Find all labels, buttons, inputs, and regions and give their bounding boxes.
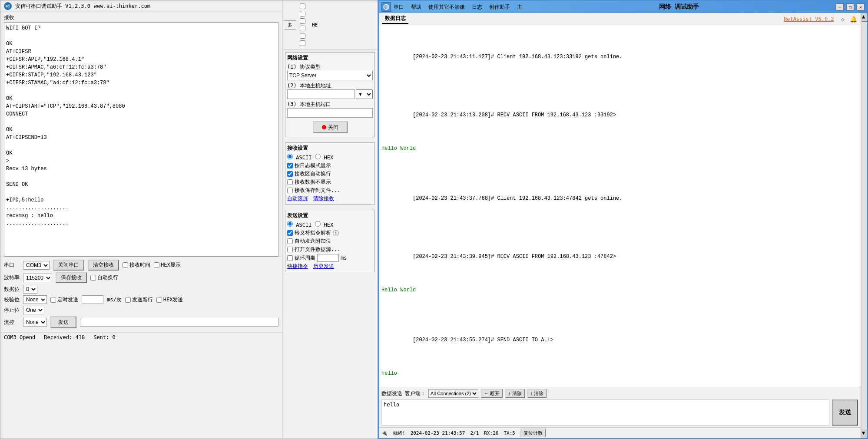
- loop-value-input[interactable]: 1000: [317, 254, 339, 262]
- log-mode-row: 按日志模式显示: [287, 162, 373, 169]
- bottom-controls: 串口 COM3 关闭串口 清空接收 接收时间 HEX显示 波特率 115200 …: [0, 257, 282, 333]
- databits-label: 数据位: [4, 286, 20, 293]
- log-ts-1: [2024-02-23 21:43:11.127]# Client 192.16…: [413, 54, 622, 60]
- log-ts-4: [2024-02-23 21:43:39.945]# RECV ASCII FR…: [413, 254, 616, 260]
- auto-wrap-recv-checkbox[interactable]: [287, 171, 293, 177]
- parity-label: 校验位: [4, 296, 20, 304]
- clear-btn-1[interactable]: ↑ 清除: [505, 389, 525, 398]
- win-close-btn[interactable]: ✕: [857, 3, 865, 10]
- stopbits-select[interactable]: One: [23, 306, 44, 314]
- baud-select[interactable]: 115200: [23, 274, 52, 282]
- reset-count-btn[interactable]: 复位计数: [520, 429, 546, 437]
- timed-send-input[interactable]: 800: [82, 295, 103, 304]
- hex-display-check[interactable]: HEX显示: [154, 261, 181, 269]
- disconnect-btn[interactable]: ← 断开: [481, 389, 503, 398]
- hex-display-checkbox[interactable]: [154, 262, 159, 268]
- port-section-label: (3) 本地主机端口: [287, 101, 373, 108]
- tab-data-log[interactable]: 数据日志: [382, 14, 408, 24]
- log-mode-checkbox[interactable]: [287, 163, 293, 168]
- history-link[interactable]: 历史发送: [313, 263, 334, 270]
- send-btn[interactable]: 发送: [50, 316, 76, 328]
- flow-select[interactable]: None: [23, 318, 47, 327]
- open-file-checkbox[interactable]: [287, 247, 293, 252]
- save-file-row: 接收保存到文件...: [287, 187, 373, 194]
- ascii-label: ASCII: [296, 155, 311, 161]
- quick-cmd-link[interactable]: 快捷指令: [287, 263, 308, 270]
- win-maximize-btn[interactable]: □: [846, 3, 854, 10]
- clear-recv-btn[interactable]: 清空接收: [88, 260, 119, 271]
- new-line-check[interactable]: 发送新行: [125, 296, 153, 304]
- client-select[interactable]: All Connections (2): [428, 389, 478, 398]
- app-name: 安信可串口调试助手 V1.2.3.0: [15, 3, 90, 10]
- loop-checkbox[interactable]: [287, 255, 293, 261]
- menu-main[interactable]: 主: [517, 3, 522, 11]
- hex-send-label: HEX发送: [163, 296, 183, 304]
- protocol-label: (1) 协议类型: [287, 63, 373, 71]
- loop-label: 循环周期: [295, 254, 315, 262]
- recv-link-row: 自动滚屏 清除接收: [287, 195, 373, 202]
- network-close-btn[interactable]: 关闭: [313, 121, 348, 133]
- auto-scroll-link[interactable]: 自动滚屏: [287, 195, 308, 202]
- protocol-dropdown-row: TCP Server: [287, 71, 373, 80]
- host-input[interactable]: 192.168.43.87: [287, 89, 355, 99]
- control-row-2: 波特率 115200 保存接收 自动换行: [4, 272, 278, 283]
- loop-row: 循环周期 1000 ms: [287, 254, 373, 262]
- menu-help[interactable]: 帮助: [411, 3, 421, 11]
- right-scrollbar[interactable]: ▲ ▼: [861, 13, 867, 438]
- log-entry-3: [2024-02-23 21:43:37.768]# Client 192.16…: [381, 186, 858, 211]
- local-port-input[interactable]: 8080: [287, 108, 373, 118]
- hex-recv-label: HEX: [324, 155, 334, 161]
- right-netassist-panel: 串口 帮助 使用其它不涉嫌 日志 创作助手 主 网络 调试助手 ─ □ ✕ 数据…: [378, 0, 868, 439]
- auto-wrap-label: 自动换行: [97, 274, 118, 281]
- menu-creator[interactable]: 创作助手: [489, 3, 510, 11]
- parity-select[interactable]: None: [23, 295, 47, 304]
- clear-recv-link[interactable]: 清除接收: [313, 195, 334, 202]
- version-label: NetAssist V5.0.2: [784, 16, 834, 22]
- send-input-area[interactable]: hello: [381, 399, 829, 426]
- port-select[interactable]: COM3: [23, 261, 50, 270]
- databits-select[interactable]: 8: [23, 285, 37, 294]
- ready-icon: 🔌: [381, 430, 388, 436]
- multi-btn[interactable]: 多: [284, 20, 296, 30]
- menu-other[interactable]: 使用其它不涉嫌: [428, 3, 465, 11]
- auto-wrap-check[interactable]: 自动换行: [90, 274, 118, 281]
- auto-wrap-recv-row: 接收区自动换行: [287, 170, 373, 178]
- save-file-checkbox[interactable]: [287, 188, 293, 193]
- menu-log[interactable]: 日志: [472, 3, 482, 11]
- scroll-down-btn[interactable]: ▼: [861, 429, 867, 438]
- recv-area[interactable]: WIFI GOT IP OK AT+CIFSR +CIFSR:APIP,"192…: [4, 22, 278, 257]
- right-title-text: 网络 调试助手: [525, 3, 833, 11]
- scroll-up-btn[interactable]: ▲: [861, 13, 867, 22]
- protocol-select[interactable]: TCP Server: [287, 71, 373, 80]
- recv-time-check[interactable]: 接收时间: [123, 261, 150, 269]
- right-content: 数据日志 NetAssist V5.0.2 ◇ 🔔 [2024-02-23 21…: [379, 13, 867, 438]
- close-btn-label: 关闭: [328, 124, 338, 131]
- timed-send-check[interactable]: 定时发送: [50, 296, 78, 304]
- big-send-btn[interactable]: 发送: [832, 399, 858, 426]
- info-icon[interactable]: i: [333, 230, 339, 236]
- no-display-checkbox[interactable]: [287, 179, 293, 185]
- log-ts-3: [2024-02-23 21:43:37.768]# Client 192.16…: [413, 195, 622, 201]
- menu-serial[interactable]: 串口: [394, 3, 404, 11]
- send-mode-row: ASCII HEX: [287, 221, 373, 228]
- hex-send-checkbox[interactable]: [156, 297, 162, 303]
- host-dropdown[interactable]: ▼: [356, 89, 373, 99]
- send-settings-section: 发送设置 ASCII HEX 转义符指令解析 i 自动发送附加位 打开文件数据源…: [285, 210, 375, 272]
- clear-btn-2[interactable]: ↑ 清除: [527, 389, 547, 398]
- close-port-btn[interactable]: 关闭串口: [53, 260, 84, 271]
- auto-wrap-checkbox[interactable]: [90, 275, 96, 281]
- send-settings-title: 发送设置: [287, 212, 373, 219]
- diamond-icon: ◇: [841, 16, 845, 23]
- control-row-1: 串口 COM3 关闭串口 清空接收 接收时间 HEX显示: [4, 260, 278, 271]
- win-minimize-btn[interactable]: ─: [836, 3, 844, 10]
- recv-time-checkbox[interactable]: [123, 262, 128, 268]
- hex-send-check[interactable]: HEX发送: [156, 296, 183, 304]
- save-recv-btn[interactable]: 保存接收: [56, 272, 87, 283]
- escape-checkbox[interactable]: [287, 230, 293, 236]
- timed-send-checkbox[interactable]: [50, 297, 56, 303]
- send-content-input[interactable]: LED OFF: [80, 318, 278, 327]
- new-line-checkbox[interactable]: [125, 297, 131, 303]
- tx-label: TX:5: [504, 430, 515, 436]
- log-area[interactable]: [2024-02-23 21:43:11.127]# Client 192.16…: [379, 25, 861, 387]
- auto-add-checkbox[interactable]: [287, 238, 293, 244]
